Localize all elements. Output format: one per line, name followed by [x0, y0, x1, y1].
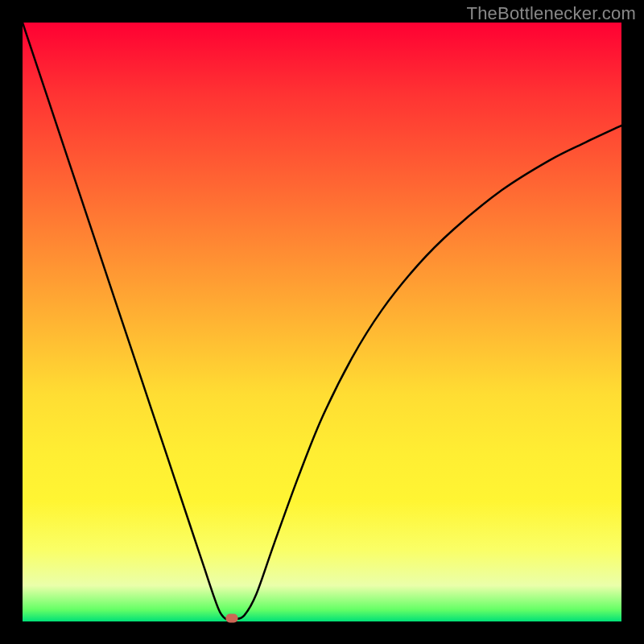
plot-area	[23, 23, 621, 621]
bottleneck-curve	[23, 23, 621, 621]
chart-frame: TheBottlenecker.com	[0, 0, 644, 644]
watermark-text: TheBottlenecker.com	[467, 3, 636, 24]
optimum-marker	[226, 613, 238, 622]
